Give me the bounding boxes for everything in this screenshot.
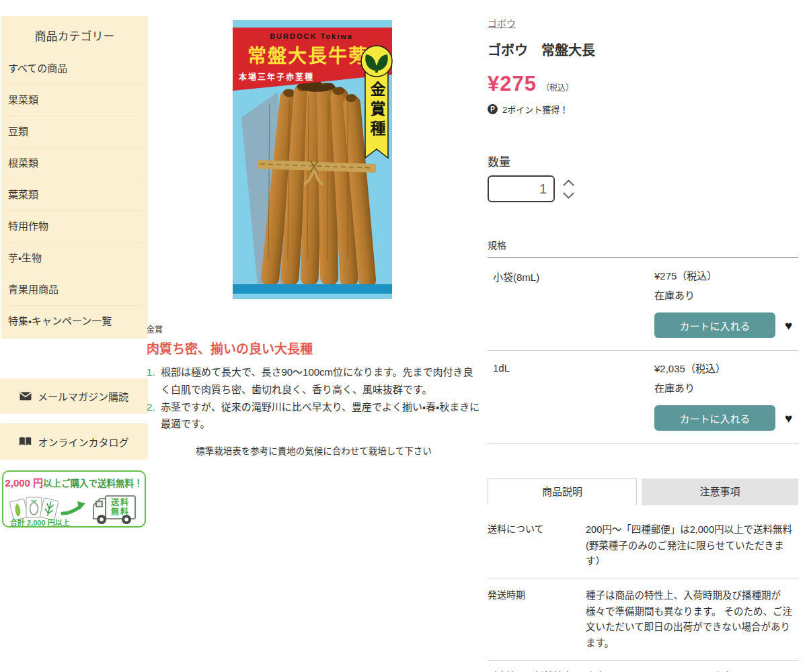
banner-total-label: 合計 2,000 円以上	[9, 518, 70, 527]
quantity-stepper	[563, 179, 574, 199]
variant-row-small-packet: 小袋(8mL) ¥275（税込） 在庫あり カートに入れる ♥	[488, 258, 798, 351]
chevron-up-icon[interactable]	[563, 179, 574, 186]
info-row-text: 200円〜「四種郵便」は2,000円以上で送料無料(野菜種子のみのご発注に限らせ…	[586, 522, 798, 570]
book-icon	[19, 437, 32, 446]
cultivation-note: 標準栽培表を参考に貴地の気候に合わせて栽培して下さい	[147, 444, 481, 457]
sidebar-item-all-products[interactable]: すべての商品	[7, 53, 144, 85]
info-row-text: 種子は商品の特性上、入荷時期及び播種期が様々で準備期間も異なります。 そのため、…	[586, 588, 798, 652]
sidebar-item-beans[interactable]: 豆類	[7, 116, 144, 148]
variant-name: 1dL	[493, 361, 654, 431]
point-icon: P	[488, 104, 498, 114]
sidebar-item-fresh-produce[interactable]: 青果用商品	[7, 274, 144, 306]
spec-section-label: 規格	[488, 238, 798, 258]
stock-status: 在庫あり	[654, 380, 793, 394]
packet-title-text: 常盤大長牛蒡	[247, 46, 369, 67]
variant-price: ¥2,035（税込）	[654, 361, 793, 375]
description-headline: 肉質ち密、揃いの良い大長種	[147, 339, 481, 357]
gold-award-ribbon: 金賞種	[361, 46, 392, 158]
tab-cautions[interactable]: 注意事項	[642, 478, 798, 505]
info-row-label: 発送時期	[488, 588, 586, 652]
breadcrumb[interactable]: ゴボウ	[488, 16, 516, 30]
packet-subtitle-text: 本場三年子赤茎種	[238, 72, 314, 82]
page-title: ゴボウ 常盤大長	[488, 40, 798, 59]
table-row: 送料について 200円〜「四種郵便」は2,000円以上で送料無料(野菜種子のみの…	[488, 513, 798, 579]
heart-icon[interactable]: ♥	[785, 319, 792, 332]
free-shipping-amount: 2,000 円	[5, 477, 43, 489]
product-description: 金賞 肉質ち密、揃いの良い大長種 根部は極めて長大で、長さ90〜100cm位にな…	[147, 323, 481, 457]
shipping-banner-illustration: 送料 無料 合計 2,000 円以上	[7, 491, 141, 528]
variant-price: ¥275（税込）	[654, 268, 793, 282]
sidebar-item-special-crops[interactable]: 特用作物	[7, 211, 144, 243]
sidebar-item-leaf-vegetables[interactable]: 葉菜類	[7, 179, 144, 211]
sidebar-item-potatoes[interactable]: 芋・生物	[7, 243, 144, 274]
info-row-label: 耐病性及び抵抗性表記について	[488, 669, 586, 672]
ribbon-text: 金賞種	[368, 81, 386, 140]
detail-tabs: 商品説明 注意事項	[488, 478, 798, 505]
truck-free-shipping-line1: 送料	[111, 497, 130, 507]
sidebar-item-root-vegetables[interactable]: 根菜類	[7, 148, 144, 179]
truck-free-shipping-line2: 無料	[111, 507, 130, 517]
award-label: 金賞	[147, 323, 481, 335]
free-shipping-headline: 2,000 円以上ご購入で送料無料！	[3, 475, 145, 489]
category-title: 商品カテゴリー	[1, 27, 148, 53]
product-packet-image: BURDOCK Tokiwa 常盤大長牛蒡 本場三年子赤茎種 金賞種	[229, 17, 395, 302]
info-row-label: 送料について	[488, 522, 586, 570]
envelope-icon	[20, 392, 32, 401]
product-detail-panel: ゴボウ ゴボウ 常盤大長 ¥275 （税込） P 2ポイント獲得！ 数量 規格 …	[488, 16, 798, 672]
info-row-text: 病害にかかりにくかったり、発症しにくいものを「耐病性」または「抵抗性」と表記して…	[586, 669, 798, 672]
quantity-row	[488, 175, 798, 202]
variant-name: 小袋(8mL)	[493, 268, 654, 338]
description-point: 赤茎ですが、従来の滝野川に比べ早太り、豊産でよく揃い・春・秋まきに最適です。	[147, 398, 481, 433]
points-earned-label: 2ポイント獲得！	[502, 103, 568, 116]
free-shipping-banner[interactable]: 2,000 円以上ご購入で送料無料！ 送料 無料 合計 2,000 円以上	[2, 470, 146, 528]
packet-brand-text: BURDOCK Tokiwa	[270, 32, 353, 40]
mail-magazine-label: メールマガジン購読	[38, 389, 128, 403]
sidebar-item-campaigns[interactable]: 特集・キャンペーン一覧	[7, 306, 144, 337]
table-row: 耐病性及び抵抗性表記について 病害にかかりにくかったり、発症しにくいものを「耐病…	[488, 661, 798, 672]
variant-row-1dl: 1dL ¥2,035（税込） 在庫あり カートに入れる ♥	[488, 351, 798, 444]
add-to-cart-button[interactable]: カートに入れる	[654, 312, 775, 338]
online-catalog-button[interactable]: オンラインカタログ	[0, 423, 148, 460]
online-catalog-label: オンラインカタログ	[38, 435, 128, 449]
mail-magazine-button[interactable]: メールマガジン購読	[0, 378, 148, 414]
info-table: 送料について 200円〜「四種郵便」は2,000円以上で送料無料(野菜種子のみの…	[488, 513, 798, 672]
sidebar-item-fruit-vegetables[interactable]: 果菜類	[7, 85, 144, 116]
add-to-cart-button[interactable]: カートに入れる	[654, 405, 775, 431]
category-panel: 商品カテゴリー すべての商品 果菜類 豆類 根菜類 葉菜類 特用作物 芋・生物 …	[1, 16, 148, 339]
tax-included-label: （税込）	[541, 81, 574, 93]
description-point: 根部は極めて長大で、長さ90〜100cm位になります。先まで肉付き良く白肌で肉質…	[147, 364, 481, 398]
heart-icon[interactable]: ♥	[785, 412, 792, 425]
product-price: ¥275	[488, 72, 537, 96]
chevron-down-icon[interactable]	[563, 192, 574, 199]
quantity-label: 数量	[488, 153, 798, 169]
description-points: 根部は極めて長大で、長さ90〜100cm位になります。先まで肉付き良く白肌で肉質…	[147, 364, 481, 433]
table-row: 発送時期 種子は商品の特性上、入荷時期及び播種期が様々で準備期間も異なります。 …	[488, 579, 798, 661]
points-row: P 2ポイント獲得！	[488, 103, 798, 116]
stock-status: 在庫あり	[654, 288, 793, 302]
quantity-input[interactable]	[488, 175, 555, 202]
tab-product-description[interactable]: 商品説明	[488, 478, 637, 505]
price-row: ¥275 （税込）	[488, 72, 798, 96]
